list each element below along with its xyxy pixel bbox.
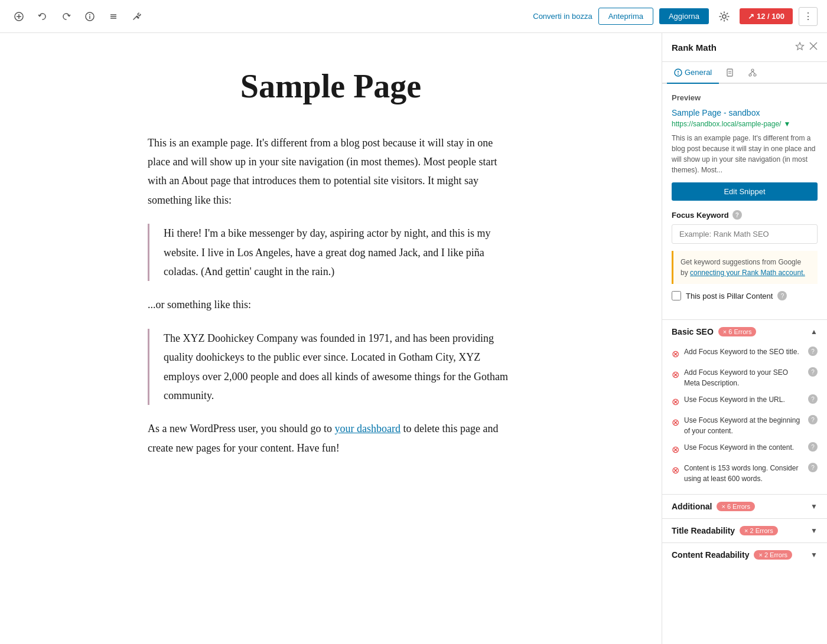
editor-paragraph-3[interactable]: As a new WordPress user, you should go t… [148,419,514,457]
editor-blockquote-1: Hi there! I'm a bike messenger by day, a… [148,224,514,281]
seo-item-1: ⊗ Add Focus Keyword to the SEO title. ? [672,344,818,364]
additional-chevron-icon: ▼ [810,502,818,511]
seo-item-help-1[interactable]: ? [808,346,818,356]
title-readability-title: Title Readability × 2 Errors [672,526,778,535]
error-icon-4: ⊗ [672,416,679,430]
info-button[interactable] [80,7,99,26]
svg-line-22 [750,71,753,74]
sidebar-tabs: General [662,62,827,84]
focus-keyword-label: Focus Keyword ? [672,210,818,220]
editor-paragraph-2[interactable]: ...or something like this: [148,295,514,314]
error-icon-5: ⊗ [672,443,679,457]
dropdown-arrow-icon[interactable]: ▼ [783,120,790,128]
content-readability-header[interactable]: Content Readability × 2 Errors ▼ [662,543,827,567]
main-area: Sample Page This is an example page. It'… [0,33,827,644]
sidebar-header-icons [795,41,818,53]
seo-item-text-1: Add Focus Keyword to the SEO title. [684,346,803,357]
basic-seo-header[interactable]: Basic SEO × 6 Errors ▲ [662,320,827,344]
preview-label: Preview [672,93,818,102]
update-button[interactable]: Aggiorna [659,8,709,24]
toolbar-left [9,7,146,26]
list-view-button[interactable] [104,7,123,26]
seo-item-help-4[interactable]: ? [808,415,818,424]
content-readability-section: Content Readability × 2 Errors ▼ [662,542,827,567]
star-button[interactable] [795,41,805,53]
seo-item-help-6[interactable]: ? [808,463,818,472]
keyword-warning-box: Get keyword suggestions from Google by c… [672,251,818,284]
preview-button[interactable]: Anteprima [598,8,653,25]
error-icon-6: ⊗ [672,463,679,478]
pillar-help-icon[interactable]: ? [777,291,787,300]
title-readability-header[interactable]: Title Readability × 2 Errors ▼ [662,519,827,542]
seo-item-help-3[interactable]: ? [808,394,818,404]
basic-seo-title: Basic SEO × 6 Errors [672,327,756,336]
content-readability-chevron-icon: ▼ [810,551,818,559]
title-readability-badge: × 2 Errors [740,526,778,535]
score-value: 12 / 100 [757,12,784,21]
connect-account-link[interactable]: connecting your Rank Math account. [690,269,805,277]
editor-body: This is an example page. It's different … [148,133,514,457]
seo-item-4: ⊗ Use Focus Keyword at the beginning of … [672,412,818,439]
svg-line-23 [753,71,755,74]
seo-item-text-3: Use Focus Keyword in the URL. [684,394,803,405]
title-readability-section: Title Readability × 2 Errors ▼ [662,518,827,542]
preview-title[interactable]: Sample Page - sandbox [672,108,818,117]
close-sidebar-button[interactable] [809,42,818,53]
seo-item-help-2[interactable]: ? [808,367,818,377]
editor-paragraph-1[interactable]: This is an example page. It's different … [148,133,514,210]
pillar-content-checkbox[interactable] [672,291,681,300]
seo-item-text-4: Use Focus Keyword at the beginning of yo… [684,415,803,436]
svg-point-19 [751,69,754,71]
svg-rect-16 [727,69,732,76]
additional-section: Additional × 6 Errors ▼ [662,494,827,518]
additional-header[interactable]: Additional × 6 Errors ▼ [662,495,827,518]
seo-item-help-5[interactable]: ? [808,442,818,452]
tools-button[interactable] [128,7,146,26]
seo-item-6: ⊗ Content is 153 words long. Consider us… [672,460,818,487]
tab-general[interactable]: General [667,62,719,84]
undo-button[interactable] [33,7,52,26]
score-icon: ↗ [748,12,754,21]
seo-item-2: ⊗ Add Focus Keyword to your SEO Meta Des… [672,364,818,391]
tab-schema[interactable] [741,62,764,84]
edit-snippet-button[interactable]: Edit Snippet [672,182,818,201]
redo-button[interactable] [57,7,76,26]
basic-seo-section: Basic SEO × 6 Errors ▲ ⊗ Add Focus Keywo… [662,319,827,494]
editor-area: Sample Page This is an example page. It'… [0,33,662,644]
svg-point-20 [749,74,751,76]
error-icon-3: ⊗ [672,395,679,409]
preview-description: This is an example page. It's different … [672,133,818,175]
editor-blockquote-2: The XYZ Doohickey Company was founded in… [148,329,514,406]
seo-item-text-6: Content is 153 words long. Consider usin… [684,463,803,484]
additional-title: Additional × 6 Errors [672,502,755,511]
focus-keyword-help-icon[interactable]: ? [732,210,742,220]
toolbar: Converti in bozza Anteprima Aggiorna ↗ 1… [0,0,827,33]
score-button[interactable]: ↗ 12 / 100 [740,8,793,24]
error-icon-2: ⊗ [672,368,679,382]
pillar-content-label: This post is Pillar Content [686,292,773,300]
content-readability-title: Content Readability × 2 Errors [672,550,792,560]
basic-seo-chevron-icon: ▲ [810,328,818,336]
sidebar-preview-section: Preview Sample Page - sandbox https://sa… [662,84,827,319]
seo-item-3: ⊗ Use Focus Keyword in the URL. ? [672,391,818,412]
pillar-content-row: This post is Pillar Content ? [672,291,818,300]
editor-title[interactable]: Sample Page [148,68,514,105]
dashboard-link[interactable]: your dashboard [334,423,400,434]
sidebar-header: Rank Math [662,33,827,62]
sidebar-title: Rank Math [672,43,717,53]
svg-point-21 [754,74,756,76]
svg-point-5 [89,14,90,15]
tab-doc[interactable] [719,62,741,84]
title-readability-chevron-icon: ▼ [810,527,818,535]
settings-button[interactable] [715,7,734,26]
draft-button[interactable]: Converti in bozza [533,12,592,21]
additional-badge: × 6 Errors [717,502,755,511]
rank-math-sidebar: Rank Math General [662,33,827,644]
svg-marker-10 [796,43,804,50]
focus-keyword-input[interactable] [672,224,818,244]
more-options-button[interactable]: ⋮ [799,7,818,26]
error-icon-1: ⊗ [672,347,679,361]
toolbar-right: Converti in bozza Anteprima Aggiorna ↗ 1… [533,7,818,26]
svg-point-9 [722,15,726,18]
add-block-button[interactable] [9,7,28,26]
